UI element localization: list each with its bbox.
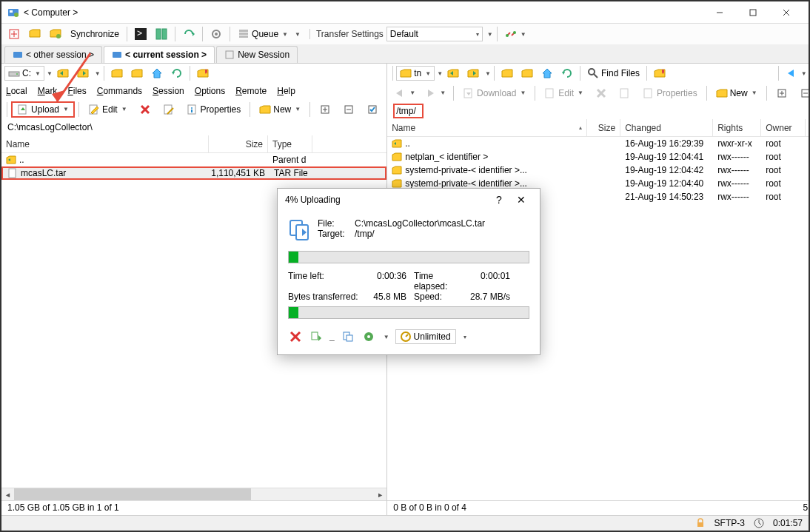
sites-icon[interactable] (25, 26, 44, 42)
new-session-icon[interactable] (4, 26, 24, 42)
remote-drive-select[interactable]: tn▼ (396, 66, 435, 81)
list-item[interactable]: .. Parent d (1, 153, 386, 166)
tab-other-session[interactable]: < other session > (4, 46, 102, 63)
folder-icon (392, 178, 402, 189)
svg-rect-1 (10, 10, 13, 13)
local-forward-icon[interactable] (73, 65, 93, 81)
menu-options[interactable]: Options (195, 86, 225, 96)
local-home-icon[interactable] (147, 65, 167, 81)
new-button[interactable]: New▼ (254, 101, 306, 118)
remote-col-changed[interactable]: Changed (620, 119, 713, 136)
expand-icon[interactable] (314, 101, 336, 118)
remote-bookmark-icon[interactable] (650, 65, 669, 81)
minimize-button[interactable] (703, 2, 736, 23)
reconnect-icon[interactable]: ▼ (501, 26, 530, 42)
remote-col-rights[interactable]: Rights (713, 119, 761, 136)
compare-icon[interactable] (46, 26, 65, 42)
queue-button[interactable]: Queue▼ (234, 26, 292, 42)
svg-point-21 (506, 34, 509, 37)
speed-limit-select[interactable]: Unlimited (395, 329, 456, 344)
menu-session[interactable]: Session (153, 86, 184, 96)
menu-remote[interactable]: Remote (235, 86, 267, 96)
remote-refresh-icon[interactable] (558, 65, 577, 81)
nav-back-icon2: ▼ (390, 85, 419, 101)
synchronize-button[interactable]: Synchronize (67, 26, 123, 42)
menu-files[interactable]: Files (67, 86, 86, 96)
svg-rect-75 (697, 522, 703, 527)
tab-new-session[interactable]: New Session (216, 46, 298, 63)
local-col-name[interactable]: Name (1, 135, 209, 152)
properties-button[interactable]: Properties (181, 101, 247, 118)
edit-button[interactable]: Edit▼ (83, 101, 133, 118)
speed-value: 28.7 MB/s (466, 292, 510, 302)
remote-col-owner[interactable]: Owner (761, 119, 806, 136)
remote-expand-icon[interactable] (771, 85, 793, 101)
svg-rect-41 (191, 110, 193, 112)
svg-marker-59 (396, 90, 402, 97)
transfer-settings-select[interactable]: Default▾ (386, 27, 483, 41)
local-refresh-icon[interactable] (167, 65, 187, 81)
local-drive-select[interactable]: C:▼ (4, 66, 44, 81)
list-item[interactable]: netplan_< identifier > 19-Aug-19 12:04:4… (387, 150, 810, 164)
remote-col-size[interactable]: Size (587, 119, 620, 136)
menu-local[interactable]: Local (6, 86, 27, 96)
console-icon[interactable]: > (131, 26, 150, 42)
nav-back-icon[interactable]: ▼ (782, 65, 810, 81)
menu-mark[interactable]: Mark (38, 86, 58, 96)
queue-transfer-button[interactable] (341, 329, 355, 344)
menubar: Local Mark Files Commands Session Option… (1, 83, 386, 99)
tab-current-session[interactable]: < current session > (104, 46, 215, 63)
dialog-help-button[interactable]: ? (488, 194, 510, 206)
svg-line-78 (759, 523, 761, 525)
find-files-button[interactable]: Find Files (583, 65, 643, 81)
remote-new-button[interactable]: New▼ (711, 85, 763, 101)
select-icon[interactable] (361, 101, 384, 118)
statusbar: SFTP-3 0:01:57 (1, 515, 809, 531)
main-toolbar: Synchronize > Queue▼ ▼ Transfer Settings… (1, 24, 809, 44)
local-col-size[interactable]: Size (209, 135, 268, 152)
remote-path-bar: /tmp/ (387, 103, 810, 119)
svg-rect-18 (239, 30, 248, 32)
lock-icon (695, 518, 706, 528)
dialog-close-button[interactable]: ✕ (510, 194, 532, 206)
remote-back-icon[interactable] (444, 65, 463, 81)
commander-icon[interactable] (152, 26, 171, 42)
local-col-type[interactable]: Type (268, 135, 312, 152)
delete-button[interactable] (134, 101, 156, 118)
close-button[interactable] (769, 2, 803, 23)
status-protocol: SFTP-3 (714, 518, 745, 528)
maximize-button[interactable] (736, 2, 769, 23)
rename-icon[interactable] (158, 101, 180, 118)
collapse-icon[interactable] (338, 101, 360, 118)
local-parent-icon[interactable] (107, 65, 127, 81)
list-item[interactable]: .. 16-Aug-19 16:29:39 rwxr-xr-x root (387, 137, 810, 150)
remote-col-name[interactable]: Name▴ (387, 119, 587, 136)
local-scrollbar[interactable]: ◄ ► (1, 488, 386, 500)
cancel-transfer-button[interactable] (288, 329, 303, 344)
titlebar: < Computer > (1, 1, 809, 24)
svg-marker-87 (318, 335, 321, 341)
menu-help[interactable]: Help (277, 86, 295, 96)
sync-browse-icon[interactable] (179, 26, 198, 42)
local-back-icon[interactable] (53, 65, 73, 81)
transfer-settings-label: Transfer Settings (309, 29, 384, 39)
svg-text:>: > (137, 28, 142, 38)
remote-collapse-icon[interactable] (794, 85, 810, 101)
svg-point-40 (191, 107, 193, 109)
menu-commands[interactable]: Commands (97, 86, 142, 96)
disconnect-after-button[interactable] (361, 329, 376, 344)
settings-icon[interactable] (207, 26, 226, 42)
remote-home-icon[interactable] (538, 65, 557, 81)
local-root-icon[interactable] (127, 65, 147, 81)
upload-button[interactable]: Upload▼ (11, 101, 75, 118)
minimize-transfer-button[interactable] (309, 329, 324, 344)
list-item[interactable]: mcasLC.tar 1,110,451 KB TAR File (1, 166, 386, 180)
folder-icon (392, 165, 402, 175)
remote-root-icon[interactable] (518, 65, 537, 81)
remote-forward-icon[interactable] (463, 65, 483, 81)
svg-marker-15 (193, 32, 195, 36)
local-bookmark-icon[interactable] (193, 65, 212, 81)
remote-parent-icon[interactable] (498, 65, 517, 81)
list-item[interactable]: systemd-private-< identifier >... 19-Aug… (387, 164, 810, 177)
bytes-value: 45.8 MB (362, 292, 406, 302)
